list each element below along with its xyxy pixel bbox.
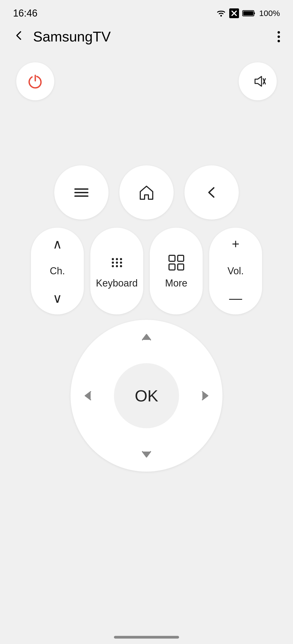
svg-point-4 [112, 258, 114, 260]
channel-up-icon: ∧ [53, 236, 62, 252]
svg-point-10 [112, 265, 114, 267]
left-arrow-icon [84, 390, 92, 401]
power-icon [27, 73, 43, 89]
keyboard-label: Keyboard [96, 278, 138, 289]
svg-point-0 [220, 15, 222, 17]
status-icons: 100% [216, 8, 280, 18]
control-row-1 [0, 165, 293, 220]
back-button[interactable] [13, 30, 25, 44]
more-label: More [165, 278, 187, 289]
svg-point-5 [116, 258, 118, 260]
volume-up-icon: + [232, 236, 239, 251]
down-arrow-icon [141, 450, 152, 458]
home-icon [138, 183, 155, 201]
top-controls [0, 51, 293, 106]
channel-button[interactable]: ∧ Ch. ∨ [31, 228, 84, 314]
header: SamsungTV [0, 22, 293, 51]
mute-button[interactable] [239, 62, 277, 100]
keyboard-button[interactable]: Keyboard [90, 228, 143, 314]
svg-rect-15 [169, 264, 175, 270]
status-bar: 16:46 100% [0, 0, 293, 22]
dpad-down-button[interactable] [136, 443, 157, 465]
hamburger-icon [74, 188, 88, 197]
menu-button[interactable] [54, 165, 109, 220]
svg-point-12 [120, 265, 122, 267]
svg-point-11 [116, 265, 118, 267]
dpad-container: OK [0, 320, 293, 472]
ok-button[interactable]: OK [114, 363, 179, 428]
overflow-menu-button[interactable] [278, 31, 280, 42]
power-button[interactable] [16, 62, 54, 100]
x-icon [229, 8, 239, 18]
back-nav-button[interactable] [184, 165, 239, 220]
svg-rect-13 [169, 255, 175, 261]
svg-point-6 [120, 258, 122, 260]
volume-button[interactable]: + Vol. — [209, 228, 262, 314]
battery-percentage: 100% [259, 9, 280, 18]
volume-label: Vol. [227, 265, 244, 277]
svg-rect-14 [178, 255, 184, 261]
dpad-up-button[interactable] [136, 326, 157, 348]
svg-rect-3 [243, 11, 253, 15]
home-button[interactable] [119, 165, 174, 220]
keyboard-icon [107, 253, 126, 272]
battery-icon [242, 9, 256, 17]
svg-point-8 [116, 262, 118, 264]
mute-icon [250, 73, 266, 89]
svg-rect-16 [178, 264, 184, 270]
dpad-right-button[interactable] [194, 385, 216, 407]
dpad-outer[interactable]: OK [71, 320, 222, 472]
svg-point-7 [112, 262, 114, 264]
page-title: SamsungTV [33, 28, 111, 45]
channel-down-icon: ∨ [53, 291, 62, 306]
status-time: 16:46 [13, 8, 37, 19]
spacer [0, 106, 293, 165]
dpad-left-button[interactable] [77, 385, 99, 407]
volume-down-icon: — [229, 291, 242, 306]
back-arrow-icon [203, 186, 220, 199]
up-arrow-icon [141, 333, 152, 341]
ok-label: OK [135, 387, 158, 405]
home-indicator [114, 636, 179, 639]
svg-point-9 [120, 262, 122, 264]
more-button[interactable]: More [150, 228, 203, 314]
grid-icon [167, 253, 186, 272]
wifi-icon [216, 9, 226, 17]
control-row-2: ∧ Ch. ∨ Keyboard More + Vol. — [0, 228, 293, 314]
header-left: SamsungTV [13, 28, 111, 45]
channel-label: Ch. [50, 265, 65, 277]
right-arrow-icon [201, 390, 209, 401]
